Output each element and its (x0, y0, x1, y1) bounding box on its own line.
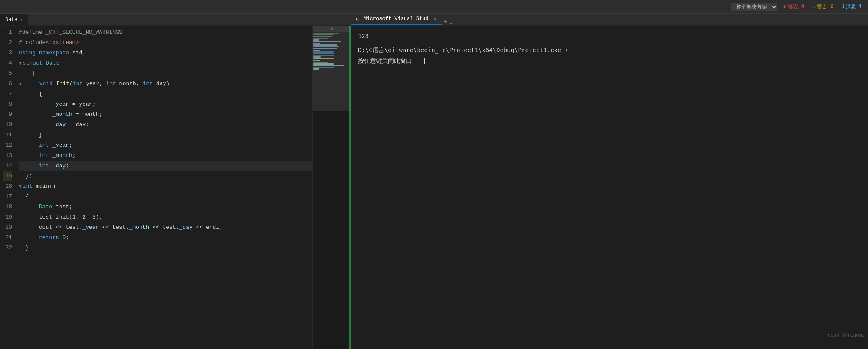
tab-close-icon[interactable]: ✕ (20, 17, 23, 22)
watermark: CSDN @MrGaomq (828, 333, 865, 338)
console-add-button[interactable]: + (444, 18, 447, 25)
line-numbers: 1 2 3 4 5 6 7 8 9 10 11 12 13 14 15 16 1… (0, 26, 15, 349)
active-scroll-indicator (349, 26, 351, 349)
error-icon: ⊗ (783, 3, 786, 10)
code-line-14: int _day; (19, 161, 312, 171)
code-line-5: { (19, 68, 312, 79)
code-line-13: int _month; (19, 151, 312, 161)
cursor (424, 58, 425, 64)
console-close-icon[interactable]: ✕ (433, 16, 436, 22)
code-line-12: int _year; (19, 140, 312, 151)
code-line-11: } (19, 130, 312, 140)
top-bar: 整个解决方案 ⊗ 错误 0 ⚠ 警告 0 ℹ 消息 1 (0, 0, 868, 14)
editor-tabs: Date ✕ (0, 14, 351, 26)
info-badge: ℹ 消息 1 (840, 2, 865, 11)
top-bar-right: 整个解决方案 ⊗ 错误 0 ⚠ 警告 0 ℹ 消息 1 (731, 2, 865, 11)
collapse-icon-4[interactable]: ▼ (19, 58, 22, 68)
warning-badge: ⚠ 警告 0 (810, 2, 836, 11)
main-content: Date ✕ 1 2 3 4 5 6 7 8 9 10 11 12 13 14 (0, 14, 868, 349)
code-line-8: _year = year; (19, 99, 312, 109)
console-dropdown-icon[interactable]: ⌄ (450, 19, 453, 25)
console-tabs: ⊞ Microsoft Visual Stud ✕ + ⌄ (351, 14, 868, 26)
info-count: 消息 1 (846, 3, 862, 10)
minimap[interactable]: ▲ (312, 26, 351, 349)
code-line-3: using namespace std; (19, 48, 312, 58)
solution-selector[interactable]: 整个解决方案 (731, 3, 777, 11)
right-panel: ⊞ Microsoft Visual Stud ✕ + ⌄ 123 D:\C语言… (351, 14, 868, 349)
code-line-2: #include<iostream> (19, 38, 312, 48)
output-close-msg: 按任意键关闭此窗口．． (358, 56, 861, 66)
code-line-1: #define _CRT_SECURE_NO_WARNINGS (19, 27, 312, 38)
code-line-18: Date test; (19, 202, 312, 212)
output-path: D:\C语言\gitware\begin_-c\Project1\x64\Deb… (358, 45, 861, 56)
error-count: 错误 0 (788, 3, 804, 10)
code-content[interactable]: #define _CRT_SECURE_NO_WARNINGS #include… (15, 26, 312, 349)
collapse-icon-16[interactable]: ▼ (19, 181, 22, 192)
tab-label: Date (5, 17, 18, 23)
code-line-6: ▼ void Init(int year, int month, int day… (19, 79, 312, 89)
code-area: 1 2 3 4 5 6 7 8 9 10 11 12 13 14 15 16 1… (0, 26, 351, 349)
code-line-10: _day = day; (19, 120, 312, 130)
error-badge: ⊗ 错误 0 (781, 2, 807, 11)
info-icon: ℹ (842, 3, 844, 10)
minimap-content (313, 32, 351, 71)
code-editor: Date ✕ 1 2 3 4 5 6 7 8 9 10 11 12 13 14 (0, 14, 351, 349)
code-line-19: test.Init(1, 2, 3); (19, 212, 312, 222)
code-line-7: { (19, 89, 312, 99)
code-line-21: return 0; (19, 233, 312, 243)
console-output: 123 D:\C语言\gitware\begin_-c\Project1\x64… (358, 31, 861, 67)
code-line-15: }; (19, 171, 312, 181)
code-line-20: cout << test._year << test._month << tes… (19, 222, 312, 233)
code-line-9: _month = month; (19, 109, 312, 120)
collapse-icon-6[interactable]: ▼ (19, 79, 22, 89)
code-line-4: ▼struct Date (19, 58, 312, 68)
code-line-16: ▼int main() (19, 181, 312, 192)
code-line-17: { (19, 192, 312, 202)
editor-tab-date[interactable]: Date ✕ (0, 14, 28, 25)
console-tab-label: Microsoft Visual Stud (364, 16, 428, 22)
warning-count: 警告 0 (817, 3, 833, 10)
warning-icon: ⚠ (813, 3, 816, 10)
console-tab-vs[interactable]: ⊞ Microsoft Visual Stud ✕ (351, 14, 442, 25)
code-line-22: } (19, 243, 312, 253)
console-content: 123 D:\C语言\gitware\begin_-c\Project1\x64… (351, 26, 868, 349)
output-number: 123 (358, 31, 861, 41)
